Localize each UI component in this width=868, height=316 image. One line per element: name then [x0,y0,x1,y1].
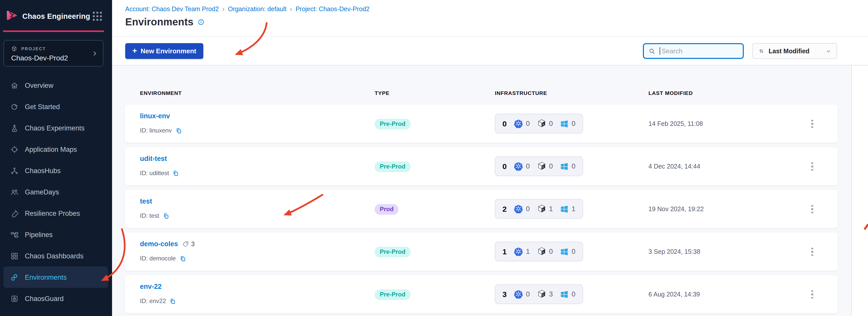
sidebar-header: Chaos Engineering [0,0,112,30]
linux-count: 3 [549,290,553,298]
last-modified: 3 Sep 2024, 15:38 [648,248,700,255]
people-icon [10,188,19,196]
copy-icon[interactable] [163,212,169,219]
copy-icon[interactable] [179,255,186,262]
sort-dropdown[interactable]: Last Modified [752,43,837,59]
sidebar-item-label: ChaosGuard [25,295,64,302]
sidebar-item-get-started[interactable]: Get Started [0,96,112,117]
sidebar-item-label: Pipelines [25,231,53,238]
copy-icon[interactable] [175,127,182,134]
environment-id: ID: linuxenv [140,127,172,134]
tag-count: 3 [191,240,195,248]
new-environment-button[interactable]: + New Environment [125,43,203,59]
infrastructure-summary: 0 0 $0 0 [495,156,583,176]
row-menu-icon[interactable] [807,203,818,215]
environment-id: ID: democole [140,255,176,262]
search-box [643,43,744,59]
table-row-linux-env: linux-env ID: linuxenv Pre-Prod 0 0 $0 0… [125,105,838,143]
search-icon [648,48,656,55]
sidebar-item-label: Resilience Probes [25,209,80,217]
cube-icon [11,45,17,54]
linux-icon: $ [537,289,547,299]
sidebar-item-application-maps[interactable]: Application Maps [0,139,112,160]
sidebar-item-pipelines[interactable]: Pipelines [0,224,112,245]
linux-count: 0 [549,248,553,255]
app-title: Chaos Engineering [22,12,90,20]
breadcrumb-link[interactable]: Organization: default [228,6,286,13]
breadcrumb: Account: Chaos Dev Team Prod2›Organizati… [125,6,370,13]
kubernetes-count: 0 [526,120,530,127]
windows-count: 0 [572,290,576,298]
row-menu-icon[interactable] [807,246,818,258]
infrastructure-summary: 3 0 $3 0 [495,284,583,304]
sidebar-item-label: Chaos Experiments [25,124,85,132]
sidebar-item-chaoshubs[interactable]: ChaosHubs [0,160,112,181]
kubernetes-icon [514,119,524,128]
hexagons-icon [10,273,19,282]
sidebar-item-chaos-experiments[interactable]: Chaos Experiments [0,117,112,139]
table-row-test: test ID: test Prod 2 0 $1 1 19 Nov 2024,… [125,190,838,228]
breadcrumb-link[interactable]: Project: Chaos-Dev-Prod2 [296,6,370,13]
last-modified: 6 Aug 2024, 14:39 [648,291,700,298]
sidebar-item-chaosguard[interactable]: ChaosGuard [0,288,112,309]
sidebar-nav: Overview Get Started Chaos Experiments A… [0,75,112,309]
type-badge: Pre-Prod [375,162,410,172]
sort-arrows-icon [758,47,765,55]
sidebar-item-environments[interactable]: Environments [4,266,108,288]
environment-name-link[interactable]: env-22 [140,283,162,290]
sidebar-item-label: Chaos Dashboards [25,252,84,260]
environment-name-link[interactable]: udit-test [140,155,167,163]
target-icon [10,145,19,153]
sidebar-item-resilience-probes[interactable]: Resilience Probes [0,203,112,224]
new-environment-label: New Environment [141,47,196,55]
linux-count: 0 [549,120,553,127]
linux-icon: $ [537,204,547,214]
copy-icon[interactable] [173,170,179,176]
app-switcher-icon[interactable] [93,12,102,21]
row-menu-icon[interactable] [807,118,818,130]
row-menu-icon[interactable] [807,288,818,300]
type-badge: Prod [375,204,399,215]
breadcrumb-link[interactable]: Account: Chaos Dev Team Prod2 [125,6,219,13]
infrastructure-summary: 0 0 $0 0 [495,114,583,134]
scrollbar-track[interactable] [851,65,868,316]
project-selector[interactable]: PROJECT Chaos-Dev-Prod2 [4,40,103,66]
kubernetes-icon [514,247,524,256]
type-badge: Pre-Prod [375,247,410,257]
copy-icon[interactable] [169,298,176,304]
infra-total-count: 2 [502,205,507,213]
pipelines-icon [10,230,19,239]
infrastructure-summary: 1 1 $0 0 [495,241,583,261]
toolbar: + New Environment Last Modified [112,36,868,65]
environment-name-link[interactable]: linux-env [140,112,170,120]
sidebar-item-label: Application Maps [25,145,77,153]
environment-name-link[interactable]: test [140,198,152,205]
info-icon[interactable] [197,19,204,25]
linux-icon: $ [537,247,547,256]
sidebar-item-gamedays[interactable]: GameDays [0,181,112,203]
table-row-udit-test: udit-test ID: udittest Pre-Prod 0 0 $0 0… [125,147,838,185]
page-header: Account: Chaos Dev Team Prod2›Organizati… [112,0,868,36]
table-row-env-22: env-22 ID: env22 Pre-Prod 3 0 $3 0 6 Aug… [125,275,838,313]
row-menu-icon[interactable] [807,161,818,173]
sidebar-item-chaos-dashboards[interactable]: Chaos Dashboards [0,245,112,266]
page-title: Environments [125,16,193,28]
windows-count: 1 [572,205,576,213]
svg-text:$: $ [542,294,544,296]
column-header-environment: ENVIRONMENT [140,90,182,96]
linux-icon: $ [537,119,547,128]
windows-icon [560,119,569,128]
infra-total-count: 0 [502,119,507,128]
linux-count: 0 [549,163,553,170]
search-input[interactable] [661,47,738,55]
lock-icon [10,294,19,303]
column-header-last-modified: LAST MODIFIED [648,90,693,96]
sidebar: Chaos Engineering PROJECT Chaos-Dev-Prod… [0,0,112,316]
last-modified: 14 Feb 2025, 11:08 [648,120,703,127]
sidebar-item-overview[interactable]: Overview [0,75,112,96]
sort-selected-value: Last Modified [769,48,822,55]
infra-total-count: 1 [502,247,507,256]
sidebar-item-label: Get Started [25,103,60,110]
kubernetes-icon [514,162,524,171]
environment-name-link[interactable]: demo-coles [140,240,178,248]
